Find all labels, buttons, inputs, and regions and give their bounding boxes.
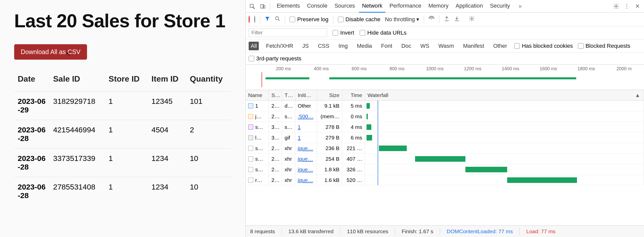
more-tabs-icon[interactable]: » [517,3,524,10]
page-content: Last 20 Sales for Store 1 Download All a… [0,0,245,237]
type-filter[interactable]: CSS [316,42,331,50]
timeline-overview[interactable]: 200 ms400 ms600 ms800 ms1000 ms1200 ms14… [246,65,644,90]
table-row: 2023-06-284215446994145042 [14,120,231,149]
table-header: Item ID [148,70,186,91]
request-row[interactable]: r…2…xhrjque…1.6 kB520 … [246,175,644,185]
table-header: Store ID [105,70,148,91]
tab-network[interactable]: Network [359,0,385,13]
inspect-icon[interactable] [249,3,256,10]
download-icon[interactable] [454,16,460,23]
type-filter[interactable]: Font [379,42,394,50]
grid-column-header[interactable]: Size [317,90,342,100]
page-title: Last 20 Sales for Store 1 [14,10,231,32]
status-load: Load: 77 ms [526,228,555,234]
table-header: Date [14,70,50,91]
blocked-cookies-checkbox[interactable]: Has blocked cookies [514,43,573,49]
throttling-select[interactable]: No throttling▾ [385,16,419,23]
grid-column-header[interactable]: Name [246,90,269,100]
status-requests: 8 requests [250,228,275,234]
clear-button[interactable] [254,16,255,23]
filter-input[interactable] [249,29,327,37]
request-grid-header: NameS…T…Initi…SizeTimeWaterfall▲ [246,90,644,101]
network-conditions-icon[interactable] [428,16,435,23]
search-icon[interactable] [275,16,280,23]
filter-toggle-icon[interactable] [265,16,270,23]
file-type-icon [248,114,253,119]
blocked-requests-checkbox[interactable]: Blocked Requests [578,43,630,49]
grid-column-header[interactable]: Waterfall▲ [365,90,644,100]
file-type-icon [248,125,253,130]
svg-point-3 [615,6,617,7]
filter-bar: Invert Hide data URLs [246,26,644,39]
grid-column-header[interactable]: Time [342,90,365,100]
type-filter[interactable]: Doc [399,42,413,50]
tab-performance[interactable]: Performance [387,0,424,13]
tab-console[interactable]: Console [304,0,331,13]
tab-application[interactable]: Application [453,0,486,13]
type-filter[interactable]: Media [355,42,374,50]
type-filter[interactable]: Img [336,42,350,50]
request-row[interactable]: s…2…xhrjque…1.8 kB326 … [246,164,644,175]
tab-elements[interactable]: Elements [274,0,303,13]
table-header: Sale ID [50,70,105,91]
file-type-icon [248,103,253,108]
request-row[interactable]: s…3…s…1278 B4 ms [246,122,644,132]
request-row[interactable]: l…3…gif1279 B6 ms [246,132,644,143]
type-filter[interactable]: Wasm [436,42,456,50]
status-dcl: DOMContentLoaded: 77 ms [447,228,513,234]
disable-cache-checkbox[interactable]: Disable cache [338,16,380,23]
network-settings-gear-icon[interactable] [469,16,475,23]
type-filter-bar: AllFetch/XHRJSCSSImgMediaFontDocWSWasmMa… [246,39,644,53]
kebab-menu-icon[interactable]: ⋮ [623,3,630,10]
download-csv-button[interactable]: Download All as CSV [14,44,87,60]
request-grid-body: 12…d…Other9.1 kB5 msj…2…s…:500…(mem…0 ms… [246,101,644,225]
sales-table: DateSale IDStore IDItem IDQuantity 2023-… [14,70,231,205]
file-type-icon [248,135,253,140]
type-filter[interactable]: Other [491,42,509,50]
type-filter[interactable]: WS [418,42,431,50]
hide-data-urls-checkbox[interactable]: Hide data URLs [360,30,406,36]
settings-gear-icon[interactable] [613,3,620,10]
status-bar: 8 requests 13.6 kB transferred 110 kB re… [246,225,644,237]
svg-point-6 [471,18,473,19]
type-filter[interactable]: All [249,42,259,50]
close-devtools-icon[interactable]: ✕ [634,3,641,10]
preserve-log-checkbox[interactable]: Preserve log [290,16,329,23]
table-row: 2023-06-293182929718112345101 [14,91,231,120]
devtools-panel: ElementsConsoleSourcesNetworkPerformance… [245,0,644,237]
type-filter[interactable]: Manifest [461,42,486,50]
file-type-icon [248,167,253,172]
overview-redline [262,72,262,87]
network-toolbar: Preserve log Disable cache No throttling… [246,13,644,26]
svg-point-4 [275,16,279,20]
request-row[interactable]: s…2…xhrjque…254 B407 … [246,154,644,164]
status-finish: Finish: 1.67 s [402,228,433,234]
grid-column-header[interactable]: T… [282,90,295,100]
type-filter[interactable]: JS [300,42,311,50]
request-row[interactable]: 12…d…Other9.1 kB5 ms [246,101,644,111]
request-row[interactable]: j…2…s…:500…(mem…0 ms [246,111,644,122]
status-resources: 110 kB resources [347,228,388,234]
file-type-icon [248,146,253,151]
third-party-row: 3rd-party requests [246,53,644,65]
tab-sources[interactable]: Sources [331,0,358,13]
invert-checkbox[interactable]: Invert [333,30,354,36]
device-toggle-icon[interactable] [259,3,266,10]
record-button[interactable] [249,16,250,23]
table-header: Quantity [186,70,231,91]
third-party-checkbox[interactable]: 3rd-party requests [249,55,302,62]
tab-security[interactable]: Security [487,0,513,13]
tab-memory[interactable]: Memory [425,0,452,13]
status-transferred: 13.6 kB transferred [288,228,334,234]
grid-column-header[interactable]: S… [269,90,282,100]
request-row[interactable]: s…2…xhrjque…236 B221 … [246,143,644,154]
table-row: 2023-06-2833735173391123410 [14,149,231,177]
file-type-icon [248,178,253,183]
devtools-tabs: ElementsConsoleSourcesNetworkPerformance… [246,0,644,13]
file-type-icon [248,156,253,161]
svg-point-5 [431,18,432,19]
upload-icon[interactable] [444,16,449,23]
type-filter[interactable]: Fetch/XHR [264,42,295,50]
table-row: 2023-06-2827855314081123410 [14,177,231,206]
grid-column-header[interactable]: Initi… [295,90,317,100]
